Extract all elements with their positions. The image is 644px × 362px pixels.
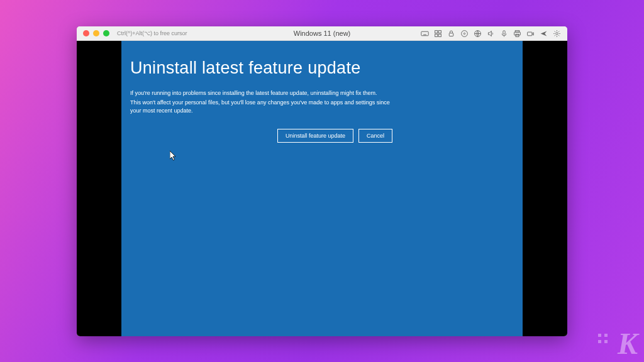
description-line-2: This won't affect your personal files, b… [130,99,394,115]
cursor-release-hint: Ctrl(^)+Alt(⌥) to free cursor [117,30,187,36]
svg-rect-9 [449,33,453,36]
window-title: Windows 11 (new) [294,30,350,37]
send-icon[interactable] [539,29,548,38]
microphone-icon[interactable] [499,29,508,38]
page-title: Uninstall latest feature update [130,58,514,78]
camera-icon[interactable] [526,29,535,38]
traffic-lights [83,30,109,36]
svg-rect-0 [421,31,428,36]
svg-rect-17 [527,32,531,36]
minimize-window-icon[interactable] [93,30,99,36]
speaker-icon[interactable] [486,29,495,38]
vm-window: Ctrl(^)+Alt(⌥) to free cursor Windows 11… [77,26,567,336]
globe-icon[interactable] [473,29,482,38]
lock-icon[interactable] [447,29,455,38]
printer-icon[interactable] [513,29,521,38]
svg-point-10 [461,30,467,36]
svg-rect-7 [435,34,437,36]
gear-icon[interactable] [552,29,561,38]
cancel-button[interactable]: Cancel [358,129,392,143]
svg-rect-15 [514,32,520,35]
disc-icon[interactable] [460,29,469,38]
button-row: Uninstall feature update Cancel [277,129,514,143]
svg-rect-13 [502,30,504,34]
watermark-logo: K [618,326,636,361]
svg-point-11 [464,33,465,34]
watermark-dots [598,334,608,343]
svg-rect-5 [435,30,437,33]
svg-rect-6 [438,30,441,33]
close-window-icon[interactable] [83,30,89,36]
page-description: If you're running into problems since in… [130,89,394,115]
description-line-1: If you're running into problems since in… [130,89,394,97]
boxes-icon[interactable] [433,29,442,38]
svg-rect-8 [438,34,441,36]
fullscreen-window-icon[interactable] [103,30,109,36]
keyboard-icon[interactable] [420,29,429,38]
mouse-cursor-icon [170,151,177,162]
titlebar: Ctrl(^)+Alt(⌥) to free cursor Windows 11… [77,26,567,41]
guest-screen[interactable]: Uninstall latest feature update If you'r… [121,41,523,336]
titlebar-toolbar [420,29,561,38]
svg-point-18 [555,32,558,35]
uninstall-feature-update-button[interactable]: Uninstall feature update [277,129,353,143]
vm-viewport: Uninstall latest feature update If you'r… [77,41,567,336]
